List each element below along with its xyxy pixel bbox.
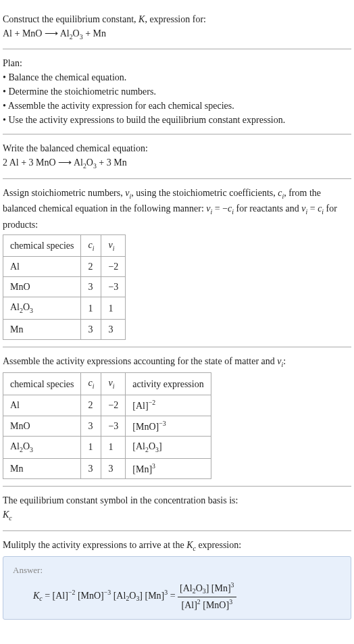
table-row: Al2O3 1 1	[3, 297, 126, 319]
n: [Al	[180, 583, 193, 593]
i: i	[93, 382, 95, 390]
cell-species: Al	[3, 395, 81, 416]
cell-species: Mn	[3, 319, 81, 339]
exp: 3	[152, 462, 155, 470]
stoich-section: Assign stoichiometric numbers, νi, using…	[3, 179, 351, 347]
text: , using the stoichiometric coefficients,	[131, 188, 278, 198]
cell-species: Al2O3	[3, 297, 81, 319]
cell-c: 2	[81, 257, 101, 277]
th-c: ci	[81, 373, 101, 395]
table-header-row: chemical species ci νi activity expressi…	[3, 373, 211, 395]
fraction: [Al2O3] [Mn]3[Al]2 [MnO]3	[178, 580, 236, 612]
cell-nu: −3	[101, 416, 126, 437]
symbol-text: The equilibrium constant symbol in the c…	[3, 493, 351, 507]
c: c	[9, 514, 11, 522]
table-row: MnO 3 −3	[3, 277, 126, 297]
text: =	[307, 203, 318, 214]
cell-nu: −2	[101, 257, 126, 277]
th-nu: νi	[101, 234, 126, 256]
a: [Al	[132, 441, 145, 451]
plan-bullet: • Balance the chemical equation.	[3, 70, 351, 84]
cell-species: Al	[3, 257, 81, 277]
eq-part: O	[86, 157, 93, 168]
n: ] [Mn]	[206, 583, 231, 593]
sub: 3	[30, 307, 33, 314]
plan-bullet: • Assemble the activity expression for e…	[3, 99, 351, 113]
cell-nu: 1	[101, 297, 126, 319]
final-section: Mulitply the activity expressions to arr…	[3, 531, 351, 620]
d: [Al]	[182, 600, 197, 610]
th-species: chemical species	[3, 373, 81, 395]
plan-bullet: • Use the activity expressions to build …	[3, 113, 351, 127]
a: [Mn]	[132, 464, 152, 474]
exp: 3	[231, 581, 234, 589]
t: [Al	[111, 590, 126, 600]
text: Mulitply the activity expressions to arr…	[3, 540, 186, 550]
symbol-value: Kc	[3, 507, 351, 523]
th-nu: νi	[101, 373, 126, 395]
sp: Al	[10, 441, 20, 451]
K: K	[186, 540, 193, 550]
stoich-table: chemical species ci νi Al 2 −2 MnO 3 −3 …	[3, 234, 126, 340]
cell-nu: −2	[101, 395, 126, 416]
text: expression:	[196, 540, 241, 550]
eq-part: + 3 Mn	[97, 157, 127, 168]
sp: O	[23, 302, 30, 312]
symbol-section: The equilibrium constant symbol in the c…	[3, 487, 351, 530]
th-activity: activity expression	[126, 373, 211, 395]
exp: −3	[104, 589, 111, 596]
i: i	[113, 382, 115, 390]
d: [MnO]	[201, 600, 229, 610]
i: i	[93, 245, 95, 252]
intro-text1b: , expression for:	[145, 14, 206, 24]
activity-text: Assemble the activity expressions accoun…	[3, 354, 351, 370]
t: O	[129, 590, 136, 600]
table-row: Mn 3 3 [Mn]3	[3, 458, 211, 479]
intro-text1: Construct the equilibrium constant,	[3, 14, 138, 24]
th-species: chemical species	[3, 234, 81, 256]
eq: =	[168, 590, 178, 600]
sub: 3	[30, 446, 33, 453]
a: [MnO]	[132, 421, 159, 431]
sp: O	[23, 441, 30, 451]
plan-title: Plan:	[3, 56, 351, 70]
balanced-title: Write the balanced chemical equation:	[3, 141, 351, 155]
answer-label: Answer:	[13, 564, 341, 577]
intro-equation: Al + MnO ⟶ Al2O3 + Mn	[3, 26, 351, 42]
text: :	[283, 356, 286, 366]
cell-species: MnO	[3, 277, 81, 297]
cell-c: 1	[81, 297, 101, 319]
cell-species: Mn	[3, 458, 81, 479]
table-row: MnO 3 −3 [MnO]−3	[3, 416, 211, 437]
table-row: Al 2 −2	[3, 257, 126, 277]
K: K	[3, 510, 9, 520]
K: K	[33, 590, 39, 600]
cell-c: 2	[81, 395, 101, 416]
table-row: Mn 3 3	[3, 319, 126, 339]
text: Assemble the activity expressions accoun…	[3, 356, 277, 366]
intro-K: K	[138, 14, 145, 24]
intro-line: Construct the equilibrium constant, K, e…	[3, 12, 351, 26]
cell-activity: [Al]−2	[126, 395, 211, 416]
exp: −2	[68, 589, 75, 596]
exp: −3	[159, 420, 166, 427]
text: = −	[212, 203, 228, 214]
balanced-section: Write the balanced chemical equation: 2 …	[3, 134, 351, 178]
balanced-equation: 2 Al + 3 MnO ⟶ Al2O3 + 3 Mn	[3, 155, 351, 171]
eq-part: O	[73, 28, 80, 39]
cell-nu: 3	[101, 458, 126, 479]
cell-activity: [Al2O3]	[126, 437, 211, 458]
t: [MnO]	[75, 590, 103, 600]
stoich-text: Assign stoichiometric numbers, νi, using…	[3, 186, 351, 232]
denominator: [Al]2 [MnO]3	[178, 597, 236, 612]
text: Assign stoichiometric numbers,	[3, 188, 125, 198]
eq-part: Al + MnO ⟶ Al	[3, 28, 70, 39]
cell-c: 1	[81, 437, 101, 458]
cell-species: MnO	[3, 416, 81, 437]
numerator: [Al2O3] [Mn]3	[178, 580, 236, 597]
plan-section: Plan: • Balance the chemical equation. •…	[3, 49, 351, 134]
eq-part: 2 Al + 3 MnO ⟶ Al	[3, 157, 83, 168]
exp: −2	[149, 399, 155, 406]
exp: 3	[229, 598, 232, 605]
cell-activity: [Mn]3	[126, 458, 211, 479]
